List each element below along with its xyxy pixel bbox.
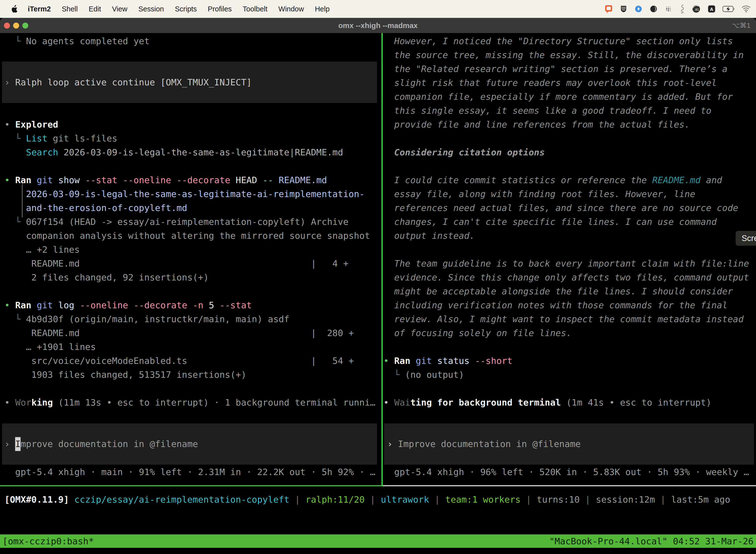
terminal-line: … +1901 lines xyxy=(4,340,381,354)
terminal-line: • Ran git status --short xyxy=(383,354,756,368)
menu-item-window[interactable]: Window xyxy=(278,5,304,13)
omx-status-segment: cczip/essay/ai-reimplementation-copyleft xyxy=(74,494,290,505)
menu-bar: iTerm2 ShellEditViewSessionScriptsProfil… xyxy=(0,0,756,18)
text-segment: companion file, especially if more comme… xyxy=(383,92,733,102)
battery-icon[interactable] xyxy=(722,5,735,12)
text-segment: of focusing solely on file lines. xyxy=(383,328,572,338)
text-segment: … +2 lines xyxy=(4,244,80,255)
terminal-pane-right[interactable]: However, I noticed the "Directory Struct… xyxy=(383,33,756,485)
menu-item-profiles[interactable]: Profiles xyxy=(208,5,232,13)
menu-item-toolbelt[interactable]: Toolbelt xyxy=(243,5,267,13)
screen-share-tooltip: Scre xyxy=(736,231,756,246)
terminal-line: I could cite commit statistics or refere… xyxy=(383,173,756,187)
text-segment: git xyxy=(37,175,58,185)
text-segment: the "Related research writing" section i… xyxy=(383,64,728,74)
terminal-line: gpt-5.4 xhigh · 96% left · 520K in · 5.8… xyxy=(383,465,756,479)
text-segment: • xyxy=(4,119,15,129)
omx-status-segment: | xyxy=(655,494,671,505)
text-segment: └ xyxy=(4,314,26,324)
text-segment: and-the-erosion-of-copyleft.md xyxy=(4,203,187,213)
terminal-line: changes, I can't cite specific file line… xyxy=(383,215,756,229)
terminal-line: └ List git ls-files xyxy=(4,131,381,146)
menu-items: iTerm2 ShellEditViewSessionScriptsProfil… xyxy=(28,5,330,13)
pane-border-bottom-right xyxy=(383,485,756,486)
shield-grid-icon[interactable] xyxy=(620,5,628,13)
input-prompt-icon: › xyxy=(387,437,398,451)
terminal-pane-left[interactable]: └ No agents completed yet• Explored └ Li… xyxy=(0,33,381,485)
text-segment: evidence. Since this change only affects… xyxy=(383,272,749,282)
text-segment: 2 files changed, 92 insertions(+) xyxy=(4,272,209,282)
terminal-line: └ (no output) xyxy=(383,368,756,382)
text-segment: -- xyxy=(262,175,278,185)
text-segment: status xyxy=(437,356,475,366)
text-segment: (11m 13s • esc to interrupt) · 1 backgro… xyxy=(53,397,375,407)
window-shortcut-badge: ⌥⌘1 xyxy=(732,18,751,33)
wifi-icon[interactable] xyxy=(742,5,751,13)
text-segment: … +1901 lines xyxy=(4,342,96,352)
omx-status-segment: session:12m xyxy=(596,494,655,505)
terminal-line xyxy=(383,382,756,396)
text-segment: No agents completed yet xyxy=(26,36,150,46)
terminal-line: README.md | 280 + xyxy=(4,326,381,340)
menu-item-edit[interactable]: Edit xyxy=(88,5,101,13)
text-segment: king xyxy=(31,397,53,407)
agent-input-left[interactable]: › Improve documentation in @filename xyxy=(2,424,377,465)
pane-divider-vertical[interactable] xyxy=(381,33,383,486)
menu-item-session[interactable]: Session xyxy=(138,5,164,13)
text-segment: README.md | 280 + xyxy=(4,328,354,338)
text-segment: Ran xyxy=(15,175,37,185)
text-segment: (1m 41s • esc to interrupt) xyxy=(561,397,711,407)
text-segment: • xyxy=(4,397,15,407)
text-segment: 4b9d30f (origin/main, instructkr/main, m… xyxy=(26,314,290,324)
text-segment: 1903 files changed, 513517 insertions(+) xyxy=(4,370,246,380)
text-segment: 2026-03-09-is-legal-the-same-as-legitima… xyxy=(4,189,365,199)
terminal-line xyxy=(4,409,381,424)
omx-status-segment: | xyxy=(521,494,537,505)
text-segment: references need actual files, and since … xyxy=(383,203,738,213)
text-segment: • xyxy=(383,356,394,366)
injected-command-banner: › Ralph loop active continue [OMX_TMUX_I… xyxy=(2,62,377,103)
text-segment: gpt-5.4 xhigh · 96% left · 520K in · 5.8… xyxy=(383,467,749,477)
text-segment: git ls-files xyxy=(47,133,117,144)
menu-item-view[interactable]: View xyxy=(112,5,127,13)
input-text: mprove documentation in @filename xyxy=(20,437,198,451)
omx-status-segment: last:5m ago xyxy=(671,494,730,505)
text-segment: git xyxy=(416,356,437,366)
menu-item-scripts[interactable]: Scripts xyxy=(175,5,197,13)
blue-bolt-icon[interactable] xyxy=(634,5,643,13)
battery-61-icon[interactable]: ..61 xyxy=(692,4,701,13)
pane-border-bottom-left xyxy=(0,485,381,486)
text-segment: • xyxy=(383,397,394,407)
omx-status-segment: | xyxy=(290,494,306,505)
text-segment: --short xyxy=(475,356,512,366)
agent-input-right[interactable]: › Improve documentation in @filename xyxy=(384,424,754,465)
text-segment: README.md xyxy=(652,175,701,185)
text-segment: Wor xyxy=(15,397,31,407)
menu-item-shell[interactable]: Shell xyxy=(62,5,78,13)
apple-logo-icon[interactable] xyxy=(11,5,18,13)
text-segment: provide file and line references from th… xyxy=(383,119,690,129)
tmux-status-bar: [omx-cczip0:bash* "MacBook-Pro-44.local"… xyxy=(0,535,756,548)
text-segment: --stat xyxy=(219,300,252,310)
text-segment: slight risk that future readers may over… xyxy=(383,78,717,88)
text-segment: --stat --oneline --decorate xyxy=(85,175,236,185)
svg-text:..61: ..61 xyxy=(693,8,699,11)
input-source-a-icon[interactable]: A xyxy=(707,5,716,13)
menu-item-help[interactable]: Help xyxy=(315,5,330,13)
menu-item-app[interactable]: iTerm2 xyxy=(28,5,51,13)
text-segment: changes, I can't cite specific file line… xyxy=(383,217,717,227)
chat-app-icon[interactable] xyxy=(605,4,613,13)
omx-status-segment: ultrawork xyxy=(381,494,429,505)
dark-crescent-icon[interactable] xyxy=(649,5,658,13)
omx-status-segment: | xyxy=(580,494,596,505)
text-segment: README.md xyxy=(278,175,327,185)
squiggle-icon[interactable] xyxy=(679,4,685,13)
input-text: Improve documentation in @filename xyxy=(398,437,581,451)
terminal-line: Search 2026-03-09-is-legal-the-same-as-l… xyxy=(4,146,381,159)
terminal-line: The team guideline is to back every impo… xyxy=(383,257,756,271)
text-segment: and xyxy=(701,175,722,185)
text-segment: show xyxy=(58,175,85,185)
terminal-line xyxy=(383,340,756,354)
text-segment: log xyxy=(58,300,80,310)
dots-grid-icon[interactable] xyxy=(665,5,673,13)
